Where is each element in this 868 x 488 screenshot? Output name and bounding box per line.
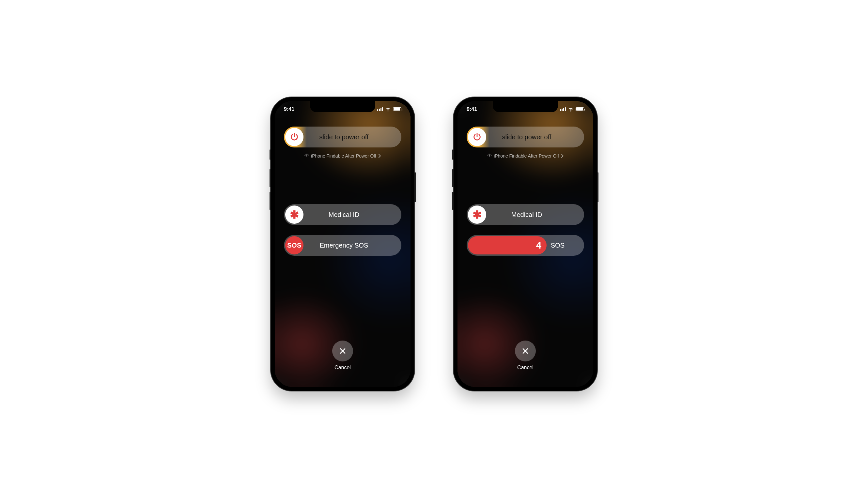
emergency-sos-slider[interactable]: SOS Emergency SOS — [284, 235, 401, 256]
side-button — [452, 192, 454, 210]
side-button — [270, 169, 271, 187]
asterisk-icon: ✱ — [472, 209, 482, 220]
find-my-icon — [487, 154, 492, 158]
power-off-label: slide to power off — [488, 133, 584, 141]
sos-countdown-value: 4 — [536, 240, 542, 251]
signal-icon — [377, 107, 383, 111]
signal-icon — [560, 107, 566, 111]
cancel-button[interactable] — [515, 340, 536, 361]
screen: 9:41 slide to power off — [458, 101, 593, 387]
medical-id-label: Medical ID — [488, 211, 584, 219]
status-time: 9:41 — [467, 106, 477, 112]
findable-hint[interactable]: iPhone Findable After Power Off — [284, 153, 401, 159]
medical-id-label: Medical ID — [305, 211, 401, 219]
findable-hint-text: iPhone Findable After Power Off — [494, 153, 559, 159]
wifi-icon — [385, 107, 391, 111]
svg-point-1 — [489, 155, 490, 157]
phone-frame-left: 9:41 slide to power off — [271, 97, 414, 391]
power-off-knob[interactable] — [468, 128, 486, 146]
findable-hint-text: iPhone Findable After Power Off — [311, 153, 376, 159]
power-off-slider[interactable]: slide to power off — [467, 127, 584, 148]
power-off-slider[interactable]: slide to power off — [284, 127, 401, 148]
close-icon — [522, 347, 529, 355]
side-button — [452, 150, 454, 160]
power-off-knob[interactable] — [285, 128, 304, 146]
find-my-icon — [305, 154, 309, 158]
side-button — [452, 169, 454, 187]
side-button — [414, 172, 416, 202]
side-button — [597, 172, 598, 202]
medical-id-slider[interactable]: ✱ Medical ID — [284, 204, 401, 225]
medical-id-knob[interactable]: ✱ — [468, 205, 486, 224]
wifi-icon — [568, 107, 574, 111]
power-off-label: slide to power off — [305, 133, 401, 141]
cancel-button[interactable] — [332, 340, 353, 361]
battery-icon — [576, 107, 584, 111]
chevron-right-icon — [378, 154, 381, 158]
sos-countdown-fill: 4 — [468, 236, 547, 254]
chevron-right-icon — [561, 154, 563, 158]
findable-hint[interactable]: iPhone Findable After Power Off — [467, 153, 584, 159]
emergency-sos-knob[interactable]: SOS — [285, 236, 304, 254]
status-time: 9:41 — [284, 106, 294, 112]
sos-icon: SOS — [287, 242, 302, 249]
svg-point-0 — [306, 155, 307, 157]
emergency-sos-label: Emergency SOS — [305, 242, 401, 249]
notch — [493, 101, 558, 112]
phone-frame-right: 9:41 slide to power off — [454, 97, 597, 391]
medical-id-knob[interactable]: ✱ — [285, 205, 304, 224]
side-button — [270, 150, 271, 160]
notch — [310, 101, 375, 112]
cancel-label: Cancel — [335, 365, 351, 370]
cancel-label: Cancel — [517, 365, 533, 370]
power-icon — [472, 132, 482, 141]
sos-trail-label: SOS — [551, 235, 564, 256]
emergency-sos-countdown[interactable]: SOS 4 — [467, 235, 584, 256]
close-icon — [339, 347, 346, 355]
power-icon — [290, 132, 299, 141]
asterisk-icon: ✱ — [290, 209, 299, 220]
medical-id-slider[interactable]: ✱ Medical ID — [467, 204, 584, 225]
battery-icon — [393, 107, 401, 111]
screen: 9:41 slide to power off — [275, 101, 410, 387]
side-button — [270, 192, 271, 210]
